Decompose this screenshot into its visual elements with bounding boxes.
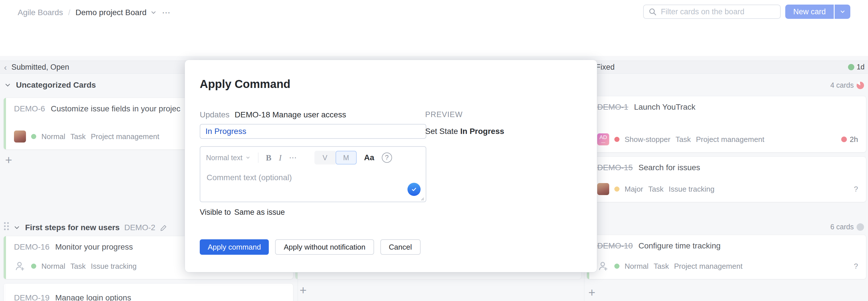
bold-button[interactable]: B <box>266 153 271 162</box>
card-demo-19[interactable]: DEMO-19 Manage login options <box>3 283 293 301</box>
type-tag[interactable]: Task <box>70 262 86 271</box>
breadcrumb-current-board[interactable]: Demo project Board <box>75 8 157 17</box>
avatar-initials: AD <box>599 134 607 140</box>
italic-button[interactable]: I <box>279 153 282 162</box>
type-tag[interactable]: Task <box>70 132 86 141</box>
preview-action-value: In Progress <box>460 127 504 136</box>
apply-without-notification-button[interactable]: Apply without notification <box>275 239 374 255</box>
unassigned-avatar-icon[interactable] <box>597 260 609 272</box>
assignee-avatar[interactable]: AD— <box>597 133 609 145</box>
text-style-label: Normal text <box>206 154 243 162</box>
swimlane-issue-id[interactable]: DEMO-2 <box>124 223 155 232</box>
comment-placeholder[interactable]: Comment text (optional) <box>207 173 292 182</box>
board-title: Demo project Board <box>75 8 147 17</box>
edit-pencil-icon[interactable] <box>160 223 168 232</box>
font-size-button[interactable]: Aa <box>364 153 374 162</box>
red-dot-icon <box>841 137 847 142</box>
swimlane-first-steps-label[interactable]: First steps for new users DEMO-2 <box>4 222 168 233</box>
chevron-down-icon <box>839 8 846 15</box>
swimlane-card-count: 4 cards <box>830 81 864 89</box>
resize-handle-icon[interactable] <box>419 195 425 201</box>
visibility-label: Visible to <box>200 208 231 217</box>
new-card-dropdown-button[interactable] <box>834 5 850 19</box>
new-card-button[interactable]: New card <box>785 5 834 19</box>
filter-cards-input[interactable] <box>661 7 776 16</box>
priority-tag[interactable]: Normal <box>41 262 65 271</box>
card-count-text: 4 cards <box>830 81 854 89</box>
card-demo-15[interactable]: DEMO-15 Search for issues Major Task Iss… <box>587 156 866 202</box>
add-card-button[interactable]: + <box>588 287 595 299</box>
type-tag[interactable]: Task <box>675 135 690 144</box>
card-id[interactable]: DEMO-16 <box>14 242 49 251</box>
priority-tag[interactable]: Normal <box>41 132 65 141</box>
chevron-down-icon[interactable] <box>13 224 21 231</box>
filter-cards-search[interactable] <box>643 5 781 19</box>
chevron-down-icon <box>150 9 157 16</box>
card-demo-10[interactable]: DEMO-10 Configure time tracking Normal T… <box>587 235 866 279</box>
new-card-split-button: New card <box>785 5 850 19</box>
priority-tag[interactable]: Show-stopper <box>625 135 670 144</box>
column-title: Fixed <box>596 63 615 72</box>
card-id[interactable]: DEMO-6 <box>14 104 45 113</box>
card-count-text: 6 cards <box>830 223 854 231</box>
card-tags-row: AD— Show-stopper Task Project management… <box>597 133 858 145</box>
add-card-button[interactable]: + <box>5 154 12 166</box>
breadcrumb: Agile Boards / Demo project Board ⋯ <box>18 7 172 18</box>
estimate-badge: ? <box>854 262 858 271</box>
board-more-menu-icon[interactable]: ⋯ <box>162 7 172 18</box>
target-issue-link[interactable]: DEMO-18 Manage user access <box>235 110 346 119</box>
more-formatting-button[interactable]: ⋯ <box>289 153 297 162</box>
preview-action-label: Set State <box>425 127 458 136</box>
card-demo-1[interactable]: DEMO-1 Launch YouTrack AD— Show-stopper … <box>587 96 866 152</box>
assignee-avatar[interactable] <box>597 183 609 195</box>
drag-handle-icon[interactable] <box>4 222 8 233</box>
swimlane-card-count: 6 cards <box>830 223 864 231</box>
top-bar: Agile Boards / Demo project Board ⋯ New … <box>0 0 868 26</box>
card-title: Configure time tracking <box>638 241 720 250</box>
swimlane-uncategorized-label[interactable]: Uncategorized Cards <box>4 81 96 90</box>
column-header-submitted-open[interactable]: ‹ Submitted, Open <box>4 63 69 72</box>
card-tags-row: Normal Task Project management ? <box>597 260 858 272</box>
gray-dot-icon <box>857 223 864 231</box>
card-id[interactable]: DEMO-10 <box>597 241 632 250</box>
card-id[interactable]: DEMO-19 <box>14 293 49 301</box>
priority-tag[interactable]: Normal <box>625 262 649 271</box>
subsystem-tag[interactable]: Project management <box>91 132 159 141</box>
swimlane-title: Uncategorized Cards <box>16 81 96 90</box>
editor-mode-toggle: V M <box>314 151 357 164</box>
column-title: Submitted, Open <box>11 63 69 72</box>
swimlane-title: First steps for new users <box>25 223 120 232</box>
priority-tag[interactable]: Major <box>625 185 643 193</box>
cancel-button[interactable]: Cancel <box>380 239 421 255</box>
preview-action: Set State In Progress <box>425 127 504 136</box>
subsystem-tag[interactable]: Project management <box>696 135 765 144</box>
updates-label: Updates <box>200 110 229 119</box>
breadcrumb-agile-boards[interactable]: Agile Boards <box>18 8 63 17</box>
unassigned-avatar-icon[interactable] <box>14 260 26 272</box>
command-input[interactable] <box>200 124 426 139</box>
preview-label: PREVIEW <box>425 110 463 119</box>
youtrack-agile-board-screen: Agile Boards / Demo project Board ⋯ New … <box>0 0 868 301</box>
card-title: Search for issues <box>638 163 700 172</box>
card-id[interactable]: DEMO-15 <box>597 163 632 172</box>
subsystem-tag[interactable]: Issue tracking <box>669 185 714 193</box>
confirm-comment-button[interactable] <box>407 183 421 196</box>
subsystem-tag[interactable]: Project management <box>674 262 742 271</box>
estimate-badge: ? <box>854 185 858 193</box>
text-style-selector[interactable]: Normal text <box>206 154 251 162</box>
chevron-down-icon[interactable] <box>4 81 11 89</box>
type-tag[interactable]: Task <box>654 262 669 271</box>
card-title: Customize issue fields in your projec <box>51 104 180 113</box>
apply-command-button[interactable]: Apply command <box>200 239 269 255</box>
visual-mode-button[interactable]: V <box>314 151 336 164</box>
markdown-mode-button[interactable]: M <box>336 151 357 164</box>
visibility-value[interactable]: Same as issue <box>234 208 285 217</box>
subsystem-tag[interactable]: Issue tracking <box>91 262 136 271</box>
card-id[interactable]: DEMO-1 <box>597 102 628 112</box>
help-icon[interactable]: ? <box>382 152 392 163</box>
collapse-column-icon[interactable]: ‹ <box>4 63 7 72</box>
assignee-avatar[interactable] <box>14 130 26 143</box>
add-card-button[interactable]: + <box>300 284 307 296</box>
type-tag[interactable]: Task <box>648 185 663 193</box>
column-estimate-badge: 1d <box>848 63 865 71</box>
